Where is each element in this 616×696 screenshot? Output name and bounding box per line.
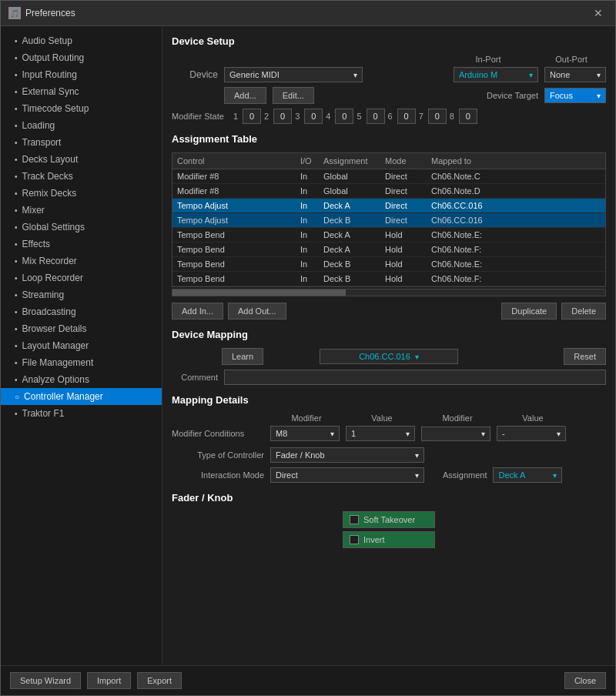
bottom-toolbar: Setup Wizard Import Export Close [1,665,615,695]
main-content: Audio Setup Output Routing Input Routing… [1,26,615,665]
mapping-value-dropdown[interactable]: Ch06.CC.016 [320,349,458,364]
sidebar-item-loop-recorder[interactable]: Loop Recorder [1,269,162,286]
modifier-m8-dropdown[interactable]: M8 [270,426,340,441]
md-headers: Modifier Value Modifier Value [172,413,606,423]
sidebar-item-external-sync[interactable]: External Sync [1,83,162,100]
sidebar-item-decks-layout[interactable]: Decks Layout [1,151,162,168]
device-row: Device Generic MIDI Arduino M None [172,67,606,82]
sidebar-item-loading[interactable]: Loading [1,117,162,134]
table-row[interactable]: Modifier #8 In Global Direct Ch06.Note.D [172,184,605,199]
comment-input[interactable] [224,370,606,385]
sidebar-item-controller-manager[interactable]: Controller Manager [1,388,162,405]
mod5-val[interactable]: 0 [367,109,385,124]
invert-checkbox[interactable] [350,535,359,544]
reset-button[interactable]: Reset [564,348,606,365]
col-mapped: Mapped to [427,153,605,169]
sidebar-item-audio-setup[interactable]: Audio Setup [1,32,162,49]
bottom-toolbar-right: Close [564,672,606,689]
sidebar-item-global-settings[interactable]: Global Settings [1,219,162,236]
sidebar-item-layout-manager[interactable]: Layout Manager [1,337,162,354]
table-row[interactable]: Tempo Bend In Deck B Hold Ch06.Note.E: [172,257,605,272]
table-row[interactable]: Tempo Bend In Deck B Hold Ch06.Note.F: [172,272,605,286]
sidebar-item-streaming[interactable]: Streaming [1,286,162,303]
sidebar-item-mixer[interactable]: Mixer [1,202,162,219]
table-scrollbar[interactable] [172,289,606,296]
scrollbar-thumb [172,289,346,296]
invert-container[interactable]: Invert [343,531,435,548]
value-col-header2: Value [498,413,567,423]
app-icon: 🎵 [8,7,21,19]
setup-wizard-button[interactable]: Setup Wizard [10,672,81,689]
add-in-button[interactable]: Add In... [172,303,223,320]
table-row[interactable]: Tempo Bend In Deck A Hold Ch06.Note.F: [172,243,605,257]
mod8-val[interactable]: 0 [459,109,477,124]
table-row-selected[interactable]: Tempo Adjust In Deck A Direct Ch06.CC.01… [172,199,605,213]
assignment-dropdown[interactable]: Deck A [493,467,562,483]
inport-dropdown[interactable]: Arduino M [454,67,538,82]
sidebar-item-input-routing[interactable]: Input Routing [1,66,162,83]
sidebar-item-file-management[interactable]: File Management [1,354,162,371]
sidebar-item-remix-decks[interactable]: Remix Decks [1,185,162,202]
type-controller-dropdown[interactable]: Fader / Knob [270,447,424,463]
sidebar-item-output-routing[interactable]: Output Routing [1,49,162,66]
soft-takeover-label: Soft Takeover [363,515,415,524]
device-mapping-title: Device Mapping [172,329,606,340]
sidebar-item-broadcasting[interactable]: Broadcasting [1,303,162,320]
mod1-val[interactable]: 0 [243,109,261,124]
right-panel: Device Setup In-Port Out-Port Device Gen… [162,26,615,665]
mod4-val[interactable]: 0 [335,109,353,124]
sidebar-item-transport[interactable]: Transport [1,134,162,151]
mod7-num: 7 [419,112,424,121]
sidebar-item-effects[interactable]: Effects [1,236,162,253]
export-button[interactable]: Export [137,672,182,689]
invert-label: Invert [363,535,385,544]
device-target-dropdown[interactable]: Focus [544,88,606,103]
table-row-selected2[interactable]: Tempo Adjust In Deck B Direct Ch06.CC.01… [172,213,605,228]
mod7-val[interactable]: 0 [428,109,447,124]
device-dropdown[interactable]: Generic MIDI [224,67,363,82]
soft-takeover-container[interactable]: Soft Takeover [343,511,435,528]
close-button[interactable]: Close [564,672,606,689]
delete-button[interactable]: Delete [561,303,606,320]
table-row[interactable]: Tempo Bend In Deck A Hold Ch06.Note.E: [172,228,605,243]
inport-header: In-Port [446,55,531,64]
sidebar-item-browser-details[interactable]: Browser Details [1,320,162,337]
table-row[interactable]: Modifier #8 In Global Direct Ch06.Note.C [172,169,605,184]
edit-button[interactable]: Edit... [273,87,314,104]
modifier2-dropdown[interactable] [421,427,490,441]
import-button[interactable]: Import [87,672,131,689]
sidebar-item-track-decks[interactable]: Track Decks [1,168,162,185]
modifier-val2-dropdown[interactable]: - [497,426,566,441]
add-out-button[interactable]: Add Out... [228,303,286,320]
learn-button[interactable]: Learn [222,348,263,365]
sidebar-item-analyze-options[interactable]: Analyze Options [1,371,162,388]
close-window-button[interactable]: ✕ [589,5,608,21]
assignment-table-section: Assignment Table Control I/O Assignment … [172,133,606,320]
cell-control: Modifier #8 [172,169,296,184]
mapping-details-title: Mapping Details [172,394,606,406]
add-edit-row: Add... Edit... Device Target Focus [172,87,606,104]
device-setup-section: Device Setup In-Port Out-Port Device Gen… [172,35,606,124]
duplicate-button[interactable]: Duplicate [501,303,557,320]
fader-knob-title: Fader / Knob [172,492,606,504]
sidebar-item-traktor-f1[interactable]: Traktor F1 [1,405,162,422]
mod3-num: 3 [295,112,300,121]
device-mapping-section: Device Mapping Learn Ch06.CC.016 Reset C… [172,329,606,385]
modifier-val1-dropdown[interactable]: 1 [346,426,415,441]
mod3-val[interactable]: 0 [304,109,323,124]
interaction-mode-row: Interaction Mode Direct Assignment Deck … [172,467,606,483]
title-bar: 🎵 Preferences ✕ [1,1,615,26]
preferences-window: 🎵 Preferences ✕ Audio Setup Output Routi… [0,0,616,696]
device-setup-title: Device Setup [172,35,606,47]
comment-label: Comment [172,373,218,382]
soft-takeover-checkbox[interactable] [350,515,359,524]
add-button[interactable]: Add... [224,87,266,104]
mod1-num: 1 [233,112,238,121]
type-controller-row: Type of Controller Fader / Knob [172,447,606,463]
sidebar-item-mix-recorder[interactable]: Mix Recorder [1,253,162,269]
sidebar-item-timecode-setup[interactable]: Timecode Setup [1,100,162,117]
mod2-val[interactable]: 0 [273,109,292,124]
outport-dropdown[interactable]: None [544,67,606,82]
mod6-val[interactable]: 0 [397,109,416,124]
interaction-mode-dropdown[interactable]: Direct [270,467,424,483]
